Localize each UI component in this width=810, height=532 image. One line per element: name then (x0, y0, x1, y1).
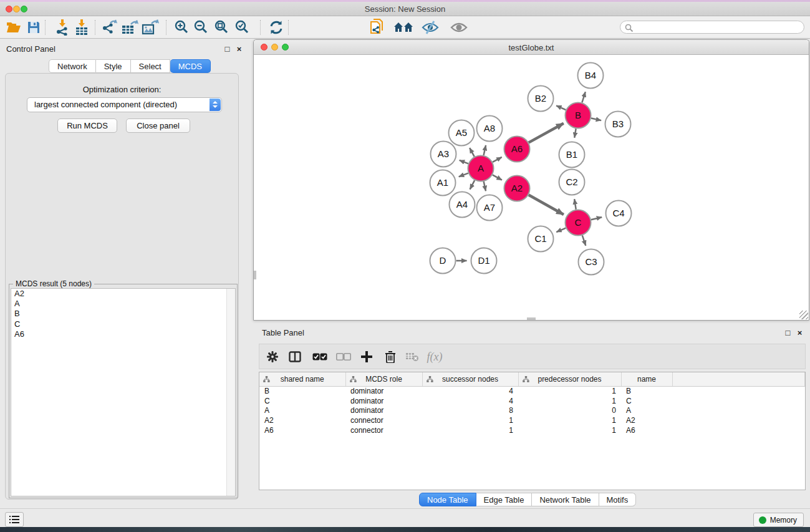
table-cell[interactable]: A2 (259, 415, 345, 425)
new-network-from-selection-icon[interactable] (367, 18, 387, 37)
delete-table-icon[interactable] (403, 348, 422, 365)
zoom-in-icon[interactable] (172, 18, 192, 37)
graph-node-A8[interactable]: A8 (477, 116, 503, 142)
table-cell[interactable]: A2 (621, 415, 672, 425)
graph-node-C3[interactable]: C3 (579, 249, 604, 275)
table-cell[interactable]: 1 (422, 425, 518, 435)
table-cell[interactable]: connector (345, 415, 422, 425)
table-body[interactable]: Bdominator41BCdominator41CAdominator80AA… (259, 386, 805, 435)
table-panel-close-icon[interactable]: × (795, 328, 804, 337)
column-header-name[interactable]: name (621, 372, 672, 386)
table-cell[interactable]: A6 (621, 425, 672, 435)
open-file-icon[interactable] (4, 18, 24, 37)
close-panel-button[interactable]: Close panel (126, 118, 190, 133)
graph-edge-C-C1[interactable] (556, 228, 566, 233)
graph-node-A4[interactable]: A4 (450, 192, 475, 218)
table-cell[interactable]: A (621, 406, 672, 416)
tab-network-table[interactable]: Network Table (532, 493, 599, 506)
deselect-all-checkboxes-icon[interactable] (334, 348, 353, 365)
task-history-button[interactable] (5, 512, 24, 527)
table-row[interactable]: Adominator80A (259, 406, 805, 416)
table-cell[interactable]: B (621, 386, 672, 396)
network-graph[interactable]: B4B2BB3B1A5A8A3A6AA1A4A7A2C2CC4C1C3DD1 (254, 56, 809, 320)
table-panel-float-icon[interactable]: □ (783, 328, 793, 337)
show-selected-eye-icon[interactable] (449, 18, 469, 37)
graph-node-B4[interactable]: B4 (578, 63, 604, 89)
graph-edge-C-C3[interactable] (582, 235, 586, 246)
zoom-fit-icon[interactable] (212, 18, 232, 37)
table-cell[interactable]: C (259, 396, 345, 406)
tab-node-table[interactable]: Node Table (419, 493, 476, 506)
graph-node-D[interactable]: D (430, 248, 456, 274)
table-cell[interactable]: 1 (518, 396, 621, 406)
table-row[interactable]: Cdominator41C (259, 396, 805, 406)
table-cell[interactable]: 4 (422, 396, 518, 406)
apply-layout-refresh-icon[interactable] (266, 18, 286, 37)
graph-edge-B-B3[interactable] (591, 118, 601, 121)
column-header-MCDS-role[interactable]: MCDS role (345, 372, 422, 386)
zoom-selected-icon[interactable] (233, 18, 253, 37)
table-cell[interactable]: dominator (345, 386, 422, 396)
mcds-result-item[interactable]: C (11, 319, 235, 329)
resize-grip-icon[interactable] (799, 311, 808, 319)
mcds-result-item[interactable]: A6 (11, 329, 235, 339)
table-cell[interactable]: C (621, 396, 672, 406)
column-header-shared-name[interactable]: shared name (259, 372, 345, 386)
table-cell[interactable]: 8 (422, 406, 518, 416)
tab-network[interactable]: Network (49, 59, 96, 73)
control-panel-close-icon[interactable]: × (234, 44, 244, 54)
graph-edge-B-B1[interactable] (574, 128, 576, 138)
import-network-icon[interactable] (52, 18, 72, 37)
column-header-successor-nodes[interactable]: successor nodes (422, 372, 518, 386)
criterion-dropdown[interactable]: largest connected component (directed) (27, 97, 222, 112)
graph-node-D1[interactable]: D1 (471, 248, 497, 274)
tab-mcds[interactable]: MCDS (170, 59, 211, 73)
graph-edge-A6-B[interactable] (529, 123, 564, 143)
graph-node-A3[interactable]: A3 (431, 142, 456, 167)
save-session-icon[interactable] (24, 18, 44, 37)
scrollbar-track[interactable] (226, 289, 235, 496)
hide-selected-eye-slash-icon[interactable] (420, 18, 440, 37)
zoom-out-icon[interactable] (191, 18, 211, 37)
node-table[interactable]: shared nameMCDS rolesuccessor nodesprede… (259, 372, 806, 490)
table-header-row[interactable]: shared nameMCDS rolesuccessor nodesprede… (259, 372, 805, 386)
delete-column-trash-icon[interactable] (381, 348, 400, 365)
graph-edge-A-A3[interactable] (460, 160, 468, 163)
graph-edge-A2-C[interactable] (529, 195, 564, 215)
table-cell[interactable]: dominator (345, 396, 422, 406)
graph-node-A7[interactable]: A7 (477, 195, 503, 221)
table-row[interactable]: A6connector11A6 (259, 425, 805, 435)
graph-node-A1[interactable]: A1 (430, 170, 456, 196)
memory-button[interactable]: Memory (753, 513, 804, 527)
table-cell[interactable]: dominator (345, 406, 422, 416)
graph-node-A[interactable]: A (468, 156, 494, 181)
graph-edge-A-A8[interactable] (484, 145, 486, 155)
graph-edge-A-A1[interactable] (459, 173, 468, 177)
run-mcds-button[interactable]: Run MCDS (57, 118, 117, 133)
graph-edge-C-C4[interactable] (591, 217, 602, 220)
table-cell[interactable]: 1 (518, 415, 621, 425)
network-canvas[interactable]: B4B2BB3B1A5A8A3A6AA1A4A7A2C2CC4C1C3DD1 (254, 56, 809, 320)
graph-edge-C-C2[interactable] (574, 199, 576, 210)
search-field[interactable] (620, 21, 804, 34)
network-window-titlebar[interactable]: testGlobe.txt (254, 40, 809, 55)
table-cell[interactable]: 1 (518, 386, 621, 396)
mcds-result-item[interactable]: B (11, 309, 235, 319)
graph-node-C4[interactable]: C4 (606, 201, 632, 226)
function-builder-icon[interactable]: f(x) (425, 348, 444, 365)
export-table-icon[interactable] (120, 18, 140, 37)
graph-node-C2[interactable]: C2 (559, 170, 585, 195)
graph-edge-B-B4[interactable] (582, 92, 585, 102)
graph-node-B2[interactable]: B2 (528, 86, 554, 112)
graph-edge-A-A6[interactable] (493, 157, 502, 162)
graph-node-B[interactable]: B (566, 103, 591, 128)
show-all-networks-houses-icon[interactable] (393, 18, 413, 37)
table-settings-gear-icon[interactable] (263, 348, 282, 365)
table-cell[interactable]: 4 (422, 386, 518, 396)
select-all-checkboxes-icon[interactable] (311, 348, 329, 365)
table-cell[interactable]: 1 (422, 415, 518, 425)
control-panel-float-icon[interactable]: □ (223, 44, 232, 54)
table-cell[interactable]: connector (345, 425, 422, 435)
graph-edge-B-B2[interactable] (556, 105, 566, 110)
tab-edge-table[interactable]: Edge Table (476, 493, 533, 506)
